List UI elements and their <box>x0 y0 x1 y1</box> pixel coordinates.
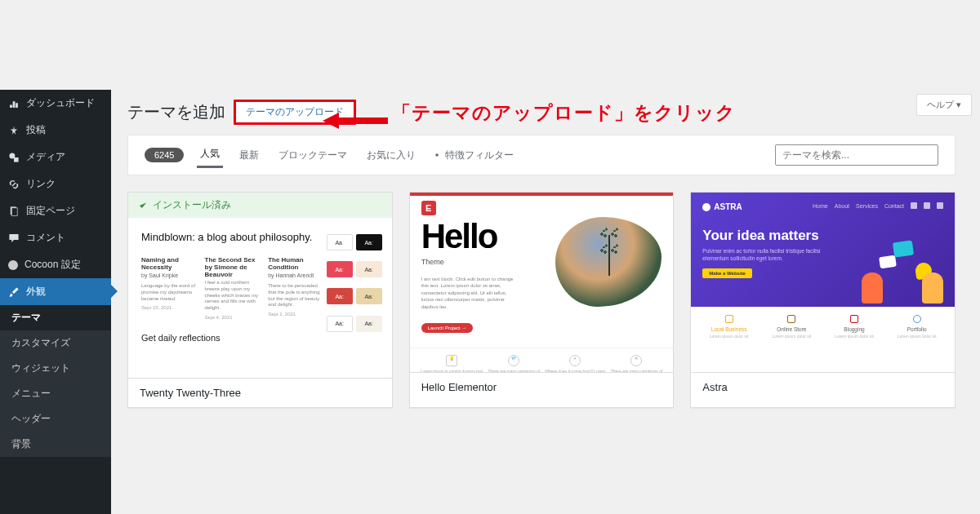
annotation-text: 「テーマのアップロード」をクリック <box>392 100 736 126</box>
submenu-customize[interactable]: カスタマイズ <box>0 330 111 356</box>
theme-search-input[interactable] <box>775 144 938 166</box>
installed-banner: インストール済み <box>128 193 392 218</box>
hero-image <box>555 217 662 307</box>
sidebar-item-pages[interactable]: 固定ページ <box>0 197 111 224</box>
hero-illustration <box>852 230 950 304</box>
sidebar-label: 外観 <box>26 285 46 299</box>
brush-icon <box>8 286 20 298</box>
sidebar-label: リンク <box>26 177 56 191</box>
theme-card-astra[interactable]: ASTRA Home About Services Contact Your i… <box>690 192 956 408</box>
submenu-header[interactable]: ヘッダー <box>0 406 111 432</box>
sidebar-item-links[interactable]: リンク <box>0 171 111 197</box>
comment-icon <box>8 233 20 244</box>
filter-tab-popular[interactable]: 人気 <box>197 142 223 168</box>
sidebar-label: コメント <box>26 231 65 245</box>
svg-rect-2 <box>11 207 17 215</box>
cocoon-icon <box>8 260 18 270</box>
theme-name: Hello Elementor <box>410 372 674 401</box>
submenu-themes[interactable]: テーマ <box>0 305 111 330</box>
filter-tab-favorites[interactable]: お気に入り <box>363 144 419 167</box>
dashboard-icon <box>8 98 20 109</box>
theme-preview: ASTRA Home About Services Contact Your i… <box>691 193 955 372</box>
svg-point-3 <box>436 153 439 157</box>
gear-icon <box>432 150 442 160</box>
sidebar-item-media[interactable]: メディア <box>0 144 111 171</box>
theme-name: Astra <box>691 372 955 401</box>
page-icon <box>8 206 20 217</box>
theme-preview: E Hello Theme I am text block. Click edi… <box>410 193 674 372</box>
submenu-widgets[interactable]: ウィジェット <box>0 356 111 381</box>
annotation-arrow <box>323 111 388 131</box>
sidebar-label: 投稿 <box>26 123 46 137</box>
sidebar-item-appearance[interactable]: 外観 <box>0 278 111 305</box>
check-icon <box>138 201 148 210</box>
main-content: テーマを追加 テーマのアップロード 6245 人気 最新 ブロックテーマ お気に… <box>111 90 972 424</box>
sidebar-item-posts[interactable]: 投稿 <box>0 117 111 144</box>
submenu-menus[interactable]: メニュー <box>0 381 111 406</box>
pin-icon <box>8 125 20 136</box>
theme-count-badge: 6245 <box>145 148 184 162</box>
sidebar-item-cocoon[interactable]: Cocoon 設定 <box>0 251 111 278</box>
page-title: テーマを追加 <box>127 101 225 123</box>
filter-tab-block[interactable]: ブロックテーマ <box>275 144 350 167</box>
sidebar-label: メディア <box>26 150 65 164</box>
sidebar-label: Cocoon 設定 <box>24 258 81 272</box>
themes-grid: インストール済み Mindblown: a blog about philoso… <box>111 175 972 424</box>
filter-tab-latest[interactable]: 最新 <box>236 144 262 167</box>
admin-sidebar: ダッシュボード 投稿 メディア リンク 固定ページ コメント Cocoon 設定… <box>0 90 111 514</box>
theme-preview: Mindblown: a blog about philosophy. Nami… <box>128 218 392 378</box>
sidebar-item-dashboard[interactable]: ダッシュボード <box>0 90 111 117</box>
theme-filter-bar: 6245 人気 最新 ブロックテーマ お気に入り 特徴フィルター <box>127 135 956 175</box>
media-icon <box>8 152 20 163</box>
submenu-background[interactable]: 背景 <box>0 432 111 457</box>
sidebar-label: 固定ページ <box>26 204 75 218</box>
theme-name: Twenty Twenty-Three <box>128 378 392 407</box>
theme-search-box <box>775 144 938 166</box>
theme-card-twentytwentythree[interactable]: インストール済み Mindblown: a blog about philoso… <box>127 192 393 408</box>
theme-card-hello-elementor[interactable]: E Hello Theme I am text block. Click edi… <box>409 192 675 408</box>
sidebar-label: ダッシュボード <box>26 96 95 110</box>
color-swatches: Aa: Aa: Aa: Aa: Aa: Aa: Aa: Aa: <box>323 231 384 343</box>
link-icon <box>8 179 20 190</box>
appearance-submenu: テーマ カスタマイズ ウィジェット メニュー ヘッダー 背景 <box>0 305 111 457</box>
feature-filter-button[interactable]: 特徴フィルター <box>432 148 514 162</box>
sidebar-item-comments[interactable]: コメント <box>0 224 111 251</box>
